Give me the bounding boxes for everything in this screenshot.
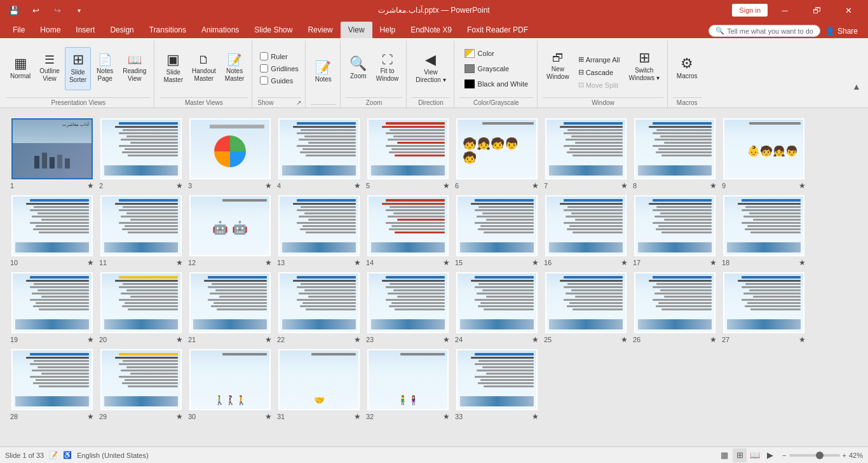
ruler-checkbox[interactable]: Ruler [257, 51, 290, 62]
slide-item-11[interactable]: 11★ [99, 195, 183, 267]
slide-star-28[interactable]: ★ [87, 412, 94, 421]
slide-star-21[interactable]: ★ [265, 335, 272, 344]
tab-foxit[interactable]: Foxit Reader PDF [459, 22, 536, 38]
normal-view-button[interactable]: ▦ Normal [6, 47, 34, 90]
tab-view[interactable]: View [341, 22, 372, 38]
slide-item-15[interactable]: 15★ [455, 195, 539, 267]
slide-star-19[interactable]: ★ [87, 335, 94, 344]
share-button[interactable]: 👤 Share [820, 25, 863, 37]
close-button[interactable]: ✕ [834, 0, 863, 20]
notes-status-icon[interactable]: 📝 [49, 451, 58, 459]
slide-star-33[interactable]: ★ [532, 412, 539, 421]
sign-in-button[interactable]: Sign in [732, 4, 768, 17]
zoom-out-button[interactable]: − [782, 452, 786, 459]
slide-star-17[interactable]: ★ [710, 258, 717, 267]
slide-item-2[interactable]: 2★ [99, 118, 183, 190]
slide-star-13[interactable]: ★ [354, 258, 361, 267]
slide-item-18[interactable]: 18★ [722, 195, 806, 267]
save-button[interactable]: 💾 [5, 1, 23, 19]
slide-item-7[interactable]: 7★ [544, 118, 628, 190]
slide-star-26[interactable]: ★ [710, 335, 717, 344]
slide-item-33[interactable]: 33★ [455, 349, 539, 421]
slide-star-14[interactable]: ★ [443, 258, 450, 267]
slide-item-31[interactable]: 🤝 31★ [277, 349, 361, 421]
slide-item-6[interactable]: 🧒👧🧒👦🧒 6★ [455, 118, 539, 190]
slide-sorter-button[interactable]: ⊞ SlideSorter [65, 47, 91, 90]
slide-item-8[interactable]: 8★ [633, 118, 717, 190]
slide-item-14[interactable]: 14★ [366, 195, 450, 267]
undo-button[interactable]: ↩ [27, 1, 44, 19]
reading-view-button[interactable]: 📖 ReadingView [119, 47, 150, 90]
restore-button[interactable]: 🗗 [802, 0, 831, 20]
slide-item-4[interactable]: 4★ [277, 118, 361, 190]
tab-help[interactable]: Help [372, 22, 403, 38]
slide-item-20[interactable]: 20★ [99, 272, 183, 344]
slide-star-7[interactable]: ★ [621, 181, 628, 190]
view-direction-button[interactable]: ◀ ViewDirection ▾ [412, 47, 449, 90]
customize-qat-button[interactable]: ▾ [70, 1, 88, 19]
slide-master-button[interactable]: ▣ SlideMaster [159, 47, 187, 90]
zoom-slider[interactable] [789, 454, 840, 457]
slide-star-6[interactable]: ★ [532, 181, 539, 190]
slide-star-32[interactable]: ★ [443, 412, 450, 421]
slide-star-3[interactable]: ★ [265, 181, 272, 190]
slide-item-30[interactable]: 🚶‍♂️🚶‍♀️🚶 30★ [188, 349, 272, 421]
tab-endnote[interactable]: EndNote X9 [403, 22, 459, 38]
slide-star-23[interactable]: ★ [443, 335, 450, 344]
zoom-level-label[interactable]: 42% [849, 452, 863, 459]
slide-star-15[interactable]: ★ [532, 258, 539, 267]
minimize-button[interactable]: ─ [770, 0, 799, 20]
slide-item-10[interactable]: 10★ [10, 195, 94, 267]
gridlines-checkbox[interactable]: Gridlines [257, 63, 301, 74]
slide-star-29[interactable]: ★ [176, 412, 183, 421]
slide-item-13[interactable]: 13★ [277, 195, 361, 267]
slide-star-9[interactable]: ★ [799, 181, 806, 190]
slide-item-9[interactable]: 👶🧒👧👦 9★ [722, 118, 806, 190]
notes-page-button[interactable]: 📄 NotesPage [92, 47, 118, 90]
slide-item-25[interactable]: 25★ [544, 272, 628, 344]
reading-status-button[interactable]: 📖 [748, 448, 762, 462]
guides-checkbox[interactable]: Guides [257, 75, 295, 86]
slide-star-20[interactable]: ★ [176, 335, 183, 344]
slide-item-29[interactable]: 29★ [99, 349, 183, 421]
cascade-button[interactable]: ⊟ Cascade [574, 66, 624, 78]
slide-star-4[interactable]: ★ [354, 181, 361, 190]
zoom-button[interactable]: 🔍 Zoom [346, 47, 371, 90]
slide-item-32[interactable]: 🧍‍♂️🧍‍♀️ 32★ [366, 349, 450, 421]
tab-animations[interactable]: Animations [194, 22, 247, 38]
slide-item-27[interactable]: 27★ [722, 272, 806, 344]
slide-star-27[interactable]: ★ [799, 335, 806, 344]
slide-star-31[interactable]: ★ [354, 412, 361, 421]
slide-star-22[interactable]: ★ [354, 335, 361, 344]
show-dialog-launcher[interactable]: ↗ [296, 99, 301, 106]
slide-item-5[interactable]: 5★ [366, 118, 450, 190]
slide-item-1[interactable]: آداب معاشرت1★ [10, 118, 94, 190]
zoom-in-button[interactable]: + [843, 452, 846, 459]
slide-star-16[interactable]: ★ [621, 258, 628, 267]
slide-star-5[interactable]: ★ [443, 181, 450, 190]
slide-item-24[interactable]: 24★ [455, 272, 539, 344]
slide-item-28[interactable]: 28★ [10, 349, 94, 421]
slide-item-3[interactable]: 3★ [188, 118, 272, 190]
outline-view-button[interactable]: ☰ OutlineView [36, 47, 64, 90]
notes-master-button[interactable]: 📝 NotesMaster [221, 47, 248, 90]
slide-item-26[interactable]: 26★ [633, 272, 717, 344]
slide-star-10[interactable]: ★ [87, 258, 94, 267]
tab-review[interactable]: Review [300, 22, 340, 38]
slide-star-12[interactable]: ★ [265, 258, 272, 267]
ribbon-collapse-button[interactable]: ▲ [850, 80, 863, 93]
slide-item-22[interactable]: 22★ [277, 272, 361, 344]
slide-item-19[interactable]: 19★ [10, 272, 94, 344]
black-white-button[interactable]: Black and White [459, 78, 533, 90]
arrange-all-button[interactable]: ⊞ Arrange All [574, 53, 624, 66]
color-button[interactable]: Color [459, 47, 499, 60]
slide-item-17[interactable]: 17★ [633, 195, 717, 267]
slide-star-24[interactable]: ★ [532, 335, 539, 344]
normal-status-button[interactable]: ▦ [717, 448, 731, 462]
tab-insert[interactable]: Insert [68, 22, 102, 38]
fit-to-window-button[interactable]: ⛶ Fit toWindow [372, 47, 403, 90]
slide-star-11[interactable]: ★ [176, 258, 183, 267]
tab-file[interactable]: File [5, 22, 32, 38]
accessibility-icon[interactable]: ♿ [63, 451, 72, 459]
slide-star-1[interactable]: ★ [87, 181, 94, 190]
